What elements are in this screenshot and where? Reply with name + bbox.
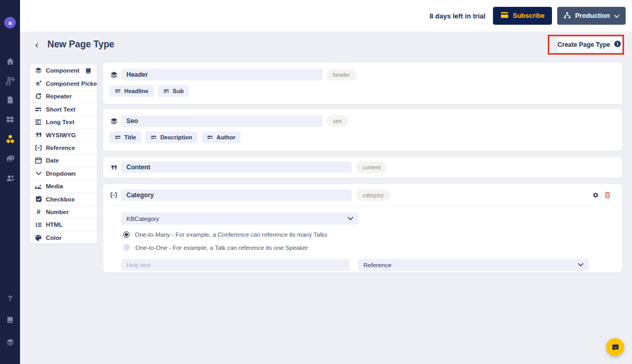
palette-item-label: Color [46,235,62,241]
palette-item-html[interactable]: HTML [30,218,97,231]
field-name-input[interactable] [121,115,322,127]
field-name-input[interactable] [121,69,322,80]
field-slug-tag: category [356,189,390,201]
chevron-down-icon [578,263,584,267]
credit-card-icon [500,12,509,20]
quote-icon [110,163,118,171]
trash-icon [604,191,611,199]
field-settings-button[interactable] [591,191,600,199]
layers-icon [110,117,118,125]
users-icon[interactable] [0,171,20,185]
help-glyph: ? [7,294,12,302]
palette-item-label: Checkbox [46,196,75,203]
palette-item-label: Dropdown [46,170,76,177]
media-gallery-icon[interactable] [0,151,20,165]
chat-launcher-button[interactable] [606,338,624,356]
trial-countdown: 8 days left in trial [429,12,485,20]
palette-item-component-picker[interactable]: Component Picker [30,77,97,89]
palette-item-label: Short Text [46,106,75,113]
help-text-input[interactable] [121,259,350,271]
help-icon[interactable]: ? [0,291,20,305]
palette-icon [35,234,42,241]
checkbox-icon [35,196,42,203]
radio-one-to-one[interactable]: One-to-One - For example, a Talk can ref… [123,244,308,251]
radio-selected-icon [123,231,130,238]
subfield-chip[interactable]: Author [202,132,241,143]
environment-selector[interactable]: Production [557,7,626,25]
short-text-icon [115,134,121,140]
topbar: 8 days left in trial Subscribe Productio… [20,0,632,32]
palette-item-long-text[interactable]: Long Text [30,116,97,128]
quote-icon [35,132,42,139]
chevron-down-icon [348,217,353,220]
model-select-value: KBCategory [126,216,159,222]
component-palette: Component Component Picker Repeater Shor… [30,64,97,244]
layers-icon[interactable] [0,335,20,349]
layers-plus-icon [35,80,42,87]
subfield-chip[interactable]: Headline [110,85,154,97]
palette-item-label: WYSIWYG [46,132,76,138]
field-delete-button[interactable] [603,191,611,199]
layers-icon [35,67,42,74]
field-type-select[interactable]: Reference [358,259,589,271]
palette-item-label: Component [46,67,80,74]
field-type-value: Reference [363,262,391,268]
app-root: a [0,0,632,364]
radio-one-to-many[interactable]: One-to-Many - For example, a Conference … [123,231,327,238]
subscribe-label: Subscribe [513,12,545,19]
layers-icon [110,70,118,79]
page-title: New Page Type [47,39,114,50]
pages-icon[interactable] [0,93,20,107]
palette-item-reference[interactable]: Reference [30,141,97,154]
palette-item-wysiwyg[interactable]: WYSIWYG [30,128,97,141]
back-button[interactable]: ‹ [32,39,42,50]
calendar-icon [35,157,42,164]
field-card-category: category KBCategory One-to-Many - For ex… [103,184,622,272]
palette-item-short-text[interactable]: Short Text [30,103,97,115]
long-text-icon [35,118,42,126]
reference-icon [110,191,118,199]
field-slug-tag: seo [327,115,348,127]
field-name-input[interactable] [121,189,352,201]
field-slug-tag: header [327,69,357,80]
home-icon[interactable] [0,54,20,68]
palette-item-date[interactable]: Date [30,154,97,167]
subfield-chip[interactable]: Title [110,132,141,143]
subscribe-button[interactable]: Subscribe [493,7,552,25]
media-icon [35,183,42,190]
palette-item-color[interactable]: Color [30,231,97,244]
docs-book-icon[interactable] [0,313,20,327]
short-text-icon [151,134,157,140]
environment-label: Production [575,12,610,19]
list-icon [35,221,42,228]
palette-item-label: Number [46,209,68,215]
palette-item-label: Repeater [46,93,72,99]
blog-icon[interactable] [0,74,20,87]
divider [111,206,615,206]
radio-unselected-icon [123,244,130,251]
reference-icon [35,144,42,151]
book-icon[interactable] [84,67,92,75]
short-text-icon [163,88,170,94]
model-select[interactable]: KBCategory [121,213,359,225]
short-text-icon [207,134,213,140]
field-slug-tag: content [356,161,387,173]
models-icon[interactable] [0,132,20,146]
short-text-icon [35,106,42,113]
avatar[interactable]: a [4,17,16,28]
field-name-input[interactable] [121,161,352,173]
hash-icon: # [35,208,42,216]
field-card-seo: seo Title Description Author [103,109,622,151]
subfield-chip[interactable]: Sub [158,85,189,97]
palette-item-number[interactable]: # Number [30,205,97,218]
palette-item-component[interactable]: Component [30,64,97,77]
palette-item-label: Media [46,183,63,189]
subfield-chip[interactable]: Description [145,132,197,143]
chevron-down-icon [35,170,42,177]
palette-item-checkbox[interactable]: Checkbox [30,193,97,205]
palette-item-repeater[interactable]: Repeater [30,90,97,103]
palette-item-label: Date [46,157,59,164]
palette-item-media[interactable]: Media [30,180,97,193]
content-grid-icon[interactable] [0,113,20,126]
palette-item-dropdown[interactable]: Dropdown [30,167,97,179]
